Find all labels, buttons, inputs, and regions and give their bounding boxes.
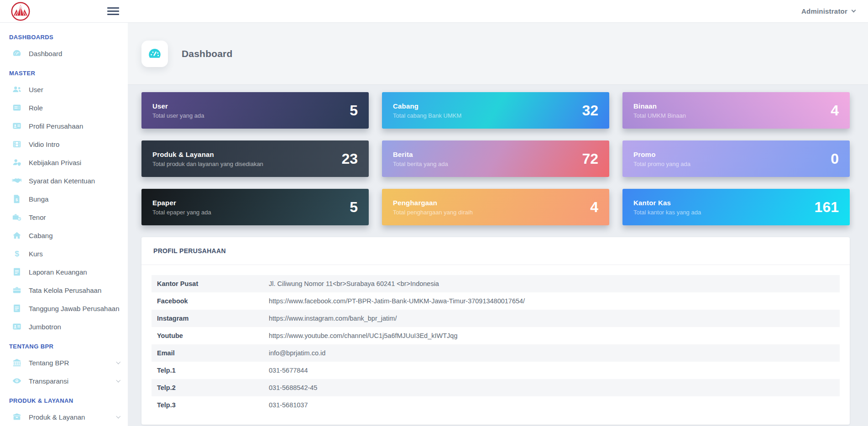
stat-card-value: 32: [582, 102, 598, 119]
sidebar-item-tanggung-jawab-perusahaan[interactable]: Tanggung Jawab Perusahaan: [0, 299, 128, 317]
sidebar-item-dashboard[interactable]: Dashboard: [0, 44, 128, 62]
file-lines-icon: [12, 267, 22, 277]
stat-card-promo: Promo Total promo yang ada 0: [622, 140, 850, 177]
profile-row-label: Email: [157, 349, 269, 357]
chevron-down-icon: [116, 378, 120, 382]
sidebar-item-laporan-keuangan[interactable]: Laporan Keuangan: [0, 263, 128, 281]
sidebar-item-label: Kurs: [29, 250, 43, 258]
handshake-icon: [12, 176, 22, 186]
sidebar-item-profil-perusahaan[interactable]: Profil Perusahaan: [0, 117, 128, 135]
svg-text:$: $: [16, 197, 18, 202]
sidebar-item-label: Dashboard: [29, 50, 62, 57]
sidebar-item-label: Tata Kelola Perusahaan: [29, 286, 101, 294]
profile-row-instagram: Instagram https://www.instagram.com/bank…: [152, 310, 840, 327]
profile-row-telp-1: Telp.1 031-5677844: [152, 362, 840, 379]
stat-card-kantor-kas: Kantor Kas Total kantor kas yang ada 161: [622, 189, 850, 225]
top-header: Administrator: [0, 0, 868, 23]
company-profile-panel: PROFIL PERUSAHAAN Kantor Pusat Jl. Ciliw…: [141, 237, 850, 425]
sidebar-item-jumbotron[interactable]: Jumbotron: [0, 317, 128, 336]
sidebar-item-vidio-intro[interactable]: Vidio Intro: [0, 135, 128, 153]
sidebar-item-label: User: [29, 86, 43, 94]
sidebar-item-cabang[interactable]: Cabang: [0, 226, 128, 244]
stat-card-subtitle: Total user yang ada: [152, 112, 204, 119]
profile-row-email: Email info@bprjatim.co.id: [152, 344, 840, 362]
briefcase-clock-icon: [12, 212, 22, 222]
svg-text:$: $: [15, 249, 19, 258]
brand-logo[interactable]: [10, 1, 31, 22]
user-menu[interactable]: Administrator: [801, 7, 855, 15]
stat-card-user: User Total user yang ada 5: [141, 92, 369, 129]
sidebar-item-label: Tanggung Jawab Perusahaan: [29, 305, 120, 312]
sidebar-item-label: Jumbotron: [29, 323, 61, 331]
sidebar: DASHBOARDS Dashboard MASTER User Ro: [0, 23, 128, 426]
content-area: User Total user yang ada 5 Cabang Total …: [128, 85, 868, 426]
stat-card-subtitle: Total UMKM Binaan: [633, 112, 686, 119]
sidebar-item-tata-kelola-perusahaan[interactable]: Tata Kelola Perusahaan: [0, 281, 128, 299]
sidebar-item-label: Profil Perusahaan: [29, 122, 83, 130]
profile-row-telp-2: Telp.2 031-5688542-45: [152, 379, 840, 396]
sidebar-toggle-hamburger-icon[interactable]: [107, 7, 120, 16]
sidebar-item-label: Bunga: [29, 195, 48, 203]
user-menu-label: Administrator: [801, 7, 847, 15]
sidebar-item-label: Vidio Intro: [29, 140, 59, 148]
stat-card-title: Berita: [393, 151, 448, 158]
sidebar-item-produk-layanan[interactable]: Produk & Layanan: [0, 408, 128, 426]
profile-row-label: Instagram: [157, 315, 269, 322]
stat-card-title: Cabang: [393, 102, 461, 110]
sidebar-item-tentang-bpr[interactable]: Tentang BPR: [0, 353, 128, 372]
profile-row-value: info@bprjatim.co.id: [269, 349, 834, 357]
stat-card-subtitle: Total cabang Bank UMKM: [393, 112, 461, 119]
profile-row-label: Youtube: [157, 332, 269, 339]
profile-row-value: https://www.instagram.com/bank_bpr_jatim…: [269, 315, 834, 322]
profile-row-value: https://www.facebook.com/PT-BPR-Jatim-Ba…: [269, 297, 834, 305]
profile-row-value: 031-5681037: [269, 401, 834, 409]
home-icon: [12, 230, 22, 240]
stat-card-subtitle: Total produk dan layanan yang disediakan: [152, 161, 263, 167]
sidebar-item-label: Cabang: [29, 232, 53, 239]
stat-card-subtitle: Total promo yang ada: [633, 161, 690, 167]
bank-logo-icon: [10, 1, 31, 21]
briefcase-icon: [12, 285, 22, 295]
stat-card-title: Penghargaan: [393, 199, 473, 207]
sidebar-item-transparansi[interactable]: Transparansi: [0, 372, 128, 390]
profile-row-value: Jl. Ciliwung Nomor 11<br>Surabaya 60241 …: [269, 280, 834, 287]
sidebar-item-label: Transparansi: [29, 377, 68, 385]
sidebar-item-label: Tentang BPR: [29, 359, 69, 367]
sidebar-section-dashboards: DASHBOARDS: [0, 26, 128, 44]
bank-icon: [12, 358, 22, 368]
chevron-down-icon: [116, 414, 120, 418]
stat-card-subtitle: Total epaper yang ada: [152, 209, 211, 216]
dollar-icon: $: [12, 249, 22, 259]
stat-card-title: User: [152, 102, 204, 110]
sidebar-item-kurs[interactable]: $ Kurs: [0, 244, 128, 263]
sidebar-item-role[interactable]: Role: [0, 99, 128, 117]
stat-card-berita: Berita Total berita yang ada 72: [382, 140, 609, 177]
stat-card-title: Promo: [633, 151, 690, 158]
stat-card-value: 72: [582, 151, 598, 167]
stat-card-subtitle: Total penghargaan yang diraih: [393, 209, 473, 216]
sidebar-item-syarat-dan-ketentuan[interactable]: Syarat dan Ketentuan: [0, 171, 128, 190]
stat-card-penghargaan: Penghargaan Total penghargaan yang dirai…: [382, 189, 609, 225]
panel-body: Kantor Pusat Jl. Ciliwung Nomor 11<br>Su…: [141, 265, 850, 425]
stat-card-cabang: Cabang Total cabang Bank UMKM 32: [382, 92, 609, 129]
stat-card-produk-layanan: Produk & Layanan Total produk dan layana…: [141, 140, 369, 177]
stat-card-title: Binaan: [633, 102, 686, 110]
stat-card-subtitle: Total kantor kas yang ada: [633, 209, 701, 216]
profile-row-kantor-pusat: Kantor Pusat Jl. Ciliwung Nomor 11<br>Su…: [152, 275, 840, 292]
sidebar-item-bunga[interactable]: $ Bunga: [0, 190, 128, 208]
sidebar-item-kebijakan-privasi[interactable]: Kebijakan Privasi: [0, 153, 128, 171]
page-title-band: Dashboard: [128, 23, 868, 85]
stat-card-subtitle: Total berita yang ada: [393, 161, 448, 167]
dashboard-gauge-icon: [147, 46, 162, 62]
sidebar-item-tenor[interactable]: Tenor: [0, 208, 128, 226]
sidebar-item-user[interactable]: User: [0, 80, 128, 99]
sidebar-section-master: MASTER: [0, 62, 128, 80]
id-card-icon: [12, 121, 22, 131]
profile-row-label: Telp.1: [157, 367, 269, 374]
stat-card-value: 4: [831, 102, 839, 119]
profile-row-telp-3: Telp.3 031-5681037: [152, 396, 840, 414]
stat-card-epaper: Epaper Total epaper yang ada 5: [141, 189, 369, 225]
panel-title: PROFIL PERUSAHAAN: [153, 247, 226, 255]
stat-card-value: 23: [341, 151, 358, 167]
sidebar-item-label: Laporan Keuangan: [29, 268, 87, 276]
